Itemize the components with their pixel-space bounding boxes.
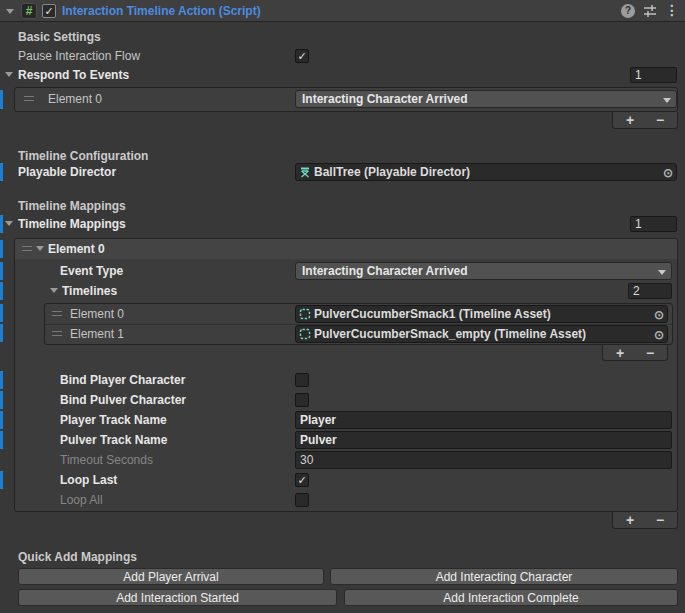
- timeline-asset-icon: [299, 308, 311, 320]
- loop-all-checkbox[interactable]: [295, 493, 309, 507]
- object-picker-icon[interactable]: ⊙: [663, 166, 673, 180]
- timelines-size-field[interactable]: [628, 283, 672, 299]
- drag-handle-icon[interactable]: [52, 311, 62, 316]
- object-picker-icon[interactable]: ⊙: [654, 328, 664, 342]
- drag-handle-icon[interactable]: [22, 246, 32, 251]
- object-field-value: PulverCucumberSmack1 (Timeline Asset): [314, 307, 551, 321]
- playable-director-object-field[interactable]: BallTree (Playable Director) ⊙: [295, 163, 677, 181]
- foldout-icon[interactable]: [5, 221, 13, 226]
- drag-handle-icon[interactable]: [24, 96, 34, 101]
- bind-player-character-checkbox[interactable]: [295, 373, 309, 387]
- timeout-seconds-field[interactable]: [295, 451, 672, 469]
- override-bar: [0, 282, 3, 300]
- respond-to-events-list-footer: + −: [612, 112, 678, 129]
- event-type-label: Event Type: [60, 265, 123, 277]
- override-bar: [0, 371, 3, 389]
- remove-element-button[interactable]: −: [645, 513, 675, 527]
- pulver-track-name-label: Pulver Track Name: [60, 434, 167, 446]
- player-track-name-field[interactable]: [295, 411, 672, 429]
- timeline-mappings-size-field[interactable]: [630, 216, 677, 232]
- add-interaction-complete-button[interactable]: Add Interaction Complete: [344, 589, 678, 606]
- csharp-script-icon: #: [21, 3, 37, 19]
- override-bar: [0, 262, 3, 280]
- inspector-component: # ✓ Interaction Timeline Action (Script)…: [0, 0, 685, 613]
- playable-director-icon: [299, 166, 311, 178]
- bind-pulver-character-checkbox[interactable]: [295, 393, 309, 407]
- override-bar: [0, 240, 3, 258]
- kebab-menu-icon[interactable]: ⋮: [665, 2, 679, 18]
- drag-handle-icon[interactable]: [52, 331, 62, 336]
- add-interaction-started-button[interactable]: Add Interaction Started: [18, 589, 337, 606]
- component-header: # ✓ Interaction Timeline Action (Script)…: [0, 0, 685, 22]
- presets-icon[interactable]: [643, 4, 657, 18]
- timeline-mappings-foldout[interactable]: Timeline Mappings: [18, 218, 126, 230]
- quick-add-mappings-header: Quick Add Mappings: [18, 551, 137, 563]
- override-bar: [0, 90, 3, 109]
- override-bar: [0, 431, 3, 449]
- loop-all-label: Loop All: [60, 494, 103, 506]
- override-bar: [0, 215, 3, 233]
- event-type-dropdown[interactable]: Interacting Character Arrived: [295, 90, 677, 108]
- playable-director-label: Playable Director: [18, 166, 116, 178]
- timeline-asset-object-field[interactable]: PulverCucumberSmack_empty (Timeline Asse…: [295, 325, 668, 343]
- object-picker-icon[interactable]: ⊙: [654, 308, 664, 322]
- respond-to-events-foldout[interactable]: Respond To Events: [18, 69, 129, 81]
- mapping-element-foldout[interactable]: Element 0: [48, 243, 105, 255]
- timeout-seconds-label: Timeout Seconds: [60, 454, 153, 466]
- timeline-asset-icon: [299, 328, 311, 340]
- component-title: Interaction Timeline Action (Script): [62, 4, 261, 18]
- loop-last-label: Loop Last: [60, 474, 117, 486]
- override-bar: [0, 471, 3, 489]
- object-field-value: BallTree (Playable Director): [314, 165, 470, 179]
- dropdown-value: Interacting Character Arrived: [302, 92, 468, 106]
- timeline-configuration-header: Timeline Configuration: [18, 150, 148, 162]
- basic-settings-header: Basic Settings: [18, 31, 101, 43]
- loop-last-checkbox[interactable]: ✓: [295, 473, 309, 487]
- override-bar: [0, 163, 3, 181]
- help-icon[interactable]: ?: [621, 4, 635, 18]
- add-element-button[interactable]: +: [615, 513, 645, 527]
- component-enabled-checkbox[interactable]: ✓: [42, 4, 56, 18]
- override-bar: [0, 391, 3, 409]
- timeline-asset-object-field[interactable]: PulverCucumberSmack1 (Timeline Asset) ⊙: [295, 305, 668, 323]
- bind-player-character-label: Bind Player Character: [60, 374, 185, 386]
- timeline-mappings-header: Timeline Mappings: [18, 200, 126, 212]
- pause-interaction-flow-checkbox[interactable]: ✓: [295, 49, 309, 63]
- element-label: Element 0: [70, 308, 124, 320]
- element-label: Element 0: [48, 93, 102, 105]
- dropdown-arrow-icon: [658, 270, 666, 275]
- event-type-dropdown[interactable]: Interacting Character Arrived: [295, 262, 672, 280]
- foldout-icon[interactable]: [5, 72, 13, 77]
- pause-interaction-flow-label: Pause Interaction Flow: [18, 50, 140, 62]
- player-track-name-label: Player Track Name: [60, 414, 167, 426]
- dropdown-value: Interacting Character Arrived: [302, 264, 468, 278]
- foldout-icon[interactable]: [50, 288, 58, 293]
- timelines-list-footer: + −: [602, 345, 668, 361]
- element-label: Element 1: [70, 328, 124, 340]
- component-foldout-icon[interactable]: [6, 9, 14, 14]
- timeline-mappings-list-footer: + −: [612, 512, 678, 529]
- add-interacting-character-button[interactable]: Add Interacting Character: [330, 568, 678, 585]
- override-bar: [0, 411, 3, 429]
- add-element-button[interactable]: +: [605, 346, 635, 360]
- object-field-value: PulverCucumberSmack_empty (Timeline Asse…: [314, 327, 586, 341]
- override-bar: [0, 324, 3, 342]
- foldout-icon[interactable]: [36, 246, 44, 251]
- pulver-track-name-field[interactable]: [295, 431, 672, 449]
- bind-pulver-character-label: Bind Pulver Character: [60, 394, 186, 406]
- add-element-button[interactable]: +: [615, 113, 645, 127]
- remove-element-button[interactable]: −: [635, 346, 665, 360]
- respond-to-events-size-field[interactable]: [630, 67, 677, 83]
- remove-element-button[interactable]: −: [645, 113, 675, 127]
- timelines-foldout[interactable]: Timelines: [62, 285, 117, 297]
- override-bar: [0, 304, 3, 322]
- add-player-arrival-button[interactable]: Add Player Arrival: [18, 568, 324, 585]
- dropdown-arrow-icon: [663, 98, 671, 103]
